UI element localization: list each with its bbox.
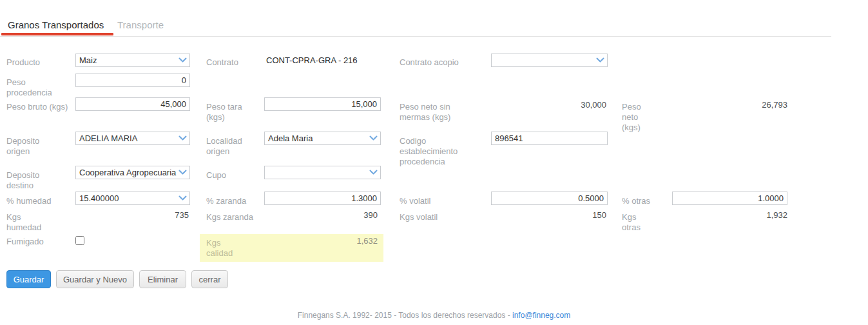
guardar-button[interactable]: Guardar	[6, 270, 51, 288]
pct-humedad-label: % humedad	[6, 196, 74, 206]
deposito-destino-label: Deposito destino	[6, 170, 58, 191]
kgs-otras-label: Kgs otras	[622, 212, 653, 233]
kgs-humedad-value: 735	[75, 210, 189, 220]
cupo-label: Cupo	[206, 170, 258, 181]
tabs-divider	[0, 36, 831, 37]
peso-tara-input[interactable]	[264, 97, 381, 111]
deposito-origen-value: ADELIA MARIA	[79, 133, 178, 143]
fumigado-label: Fumigado	[6, 237, 58, 247]
kgs-calidad-highlight: Kgs calidad 1,632	[200, 234, 383, 262]
kgs-zaranda-value: 390	[264, 210, 378, 220]
kgs-calidad-label: Kgs calidad	[206, 238, 245, 259]
contrato-acopio-select[interactable]	[491, 54, 608, 67]
chevron-down-icon	[369, 135, 379, 141]
kgs-zaranda-label: Kgs zaranda	[206, 212, 258, 222]
deposito-origen-label: Deposito origen	[6, 136, 58, 157]
producto-value: Maiz	[79, 55, 178, 65]
kgs-humedad-label: Kgs humedad	[6, 212, 58, 233]
peso-neto-sin-mermas-label: Peso neto sin mermas (kgs)	[400, 102, 470, 123]
granos-transportados-form: Granos Transportados Transporte Producto…	[0, 0, 868, 325]
producto-label: Producto	[6, 57, 71, 68]
guardar-y-nuevo-button[interactable]: Guardar y Nuevo	[56, 270, 134, 288]
codigo-establecimiento-label: Codigo establecimiento procedencia	[400, 136, 477, 167]
kgs-otras-value: 1,932	[672, 210, 787, 220]
chevron-down-icon	[178, 135, 188, 141]
peso-procedencia-input[interactable]	[75, 74, 190, 87]
pct-otras-input[interactable]	[672, 192, 787, 205]
tab-granos-transportados[interactable]: Granos Transportados	[8, 19, 104, 30]
peso-bruto-input[interactable]	[75, 97, 190, 111]
fumigado-checkbox[interactable]	[75, 236, 84, 245]
pct-volatil-input[interactable]	[491, 192, 608, 205]
kgs-volatil-label: Kgs volatil	[400, 212, 477, 222]
footer-text: Finnegans S.A. 1992- 2015 - Todos los de…	[298, 311, 512, 320]
active-tab-underline	[1, 33, 113, 35]
chevron-down-icon	[369, 170, 379, 175]
footer: Finnegans S.A. 1992- 2015 - Todos los de…	[0, 311, 868, 320]
peso-neto-value: 26,793	[672, 100, 787, 110]
localidad-origen-label: Localidad origen	[206, 136, 258, 157]
kgs-calidad-value: 1,632	[264, 236, 378, 246]
peso-procedencia-label: Peso procedencia	[6, 77, 68, 98]
peso-bruto-label: Peso bruto (kgs)	[6, 102, 68, 112]
localidad-origen-select[interactable]: Adela Maria	[264, 132, 381, 145]
chevron-down-icon	[596, 57, 606, 63]
chevron-down-icon	[178, 195, 188, 201]
deposito-origen-select[interactable]: ADELIA MARIA	[75, 132, 190, 145]
cupo-select[interactable]	[264, 166, 381, 179]
cerrar-button[interactable]: cerrar	[191, 270, 228, 288]
pct-zaranda-input[interactable]	[264, 192, 381, 205]
pct-volatil-label: % volatil	[400, 196, 477, 206]
localidad-origen-value: Adela Maria	[268, 133, 369, 143]
pct-otras-label: % otras	[622, 196, 670, 206]
pct-humedad-select[interactable]: 15.400000	[75, 192, 190, 205]
peso-neto-label: Peso neto (kgs)	[622, 102, 653, 133]
codigo-establecimiento-input[interactable]	[491, 132, 608, 145]
contrato-label: Contrato	[206, 57, 264, 68]
producto-select[interactable]: Maiz	[75, 54, 190, 67]
pct-zaranda-label: % zaranda	[206, 196, 261, 206]
contrato-acopio-label: Contrato acopio	[400, 57, 483, 68]
pct-humedad-value: 15.400000	[79, 193, 178, 203]
footer-email-link[interactable]: info@finneg.com	[512, 311, 570, 320]
peso-neto-sin-mermas-value: 30,000	[491, 100, 606, 110]
tab-transporte[interactable]: Transporte	[117, 19, 164, 30]
deposito-destino-select[interactable]: Cooperativa Agropecuaria L	[75, 166, 190, 179]
kgs-volatil-value: 150	[491, 210, 606, 220]
peso-tara-label: Peso tara (kgs)	[206, 102, 258, 123]
chevron-down-icon	[178, 57, 188, 63]
contrato-value: CONT-CPRA-GRA - 216	[266, 55, 395, 65]
chevron-down-icon	[178, 170, 188, 175]
eliminar-button[interactable]: Eliminar	[139, 270, 186, 288]
deposito-destino-value: Cooperativa Agropecuaria L	[79, 168, 178, 177]
